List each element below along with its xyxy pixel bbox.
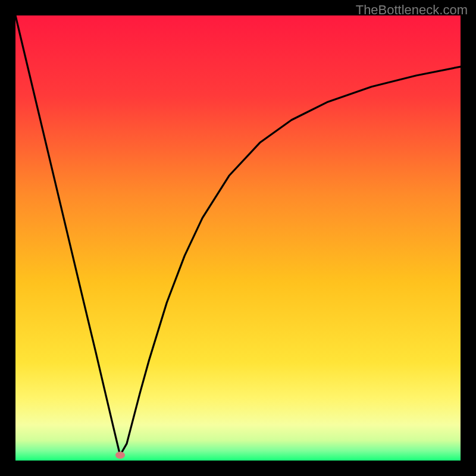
minimum-marker [115, 452, 125, 459]
plot-background [15, 15, 461, 461]
plot-svg [15, 15, 461, 461]
attribution-text: TheBottleneck.com [356, 2, 468, 18]
chart-container: TheBottleneck.com [0, 0, 476, 476]
plot-frame [15, 15, 461, 461]
